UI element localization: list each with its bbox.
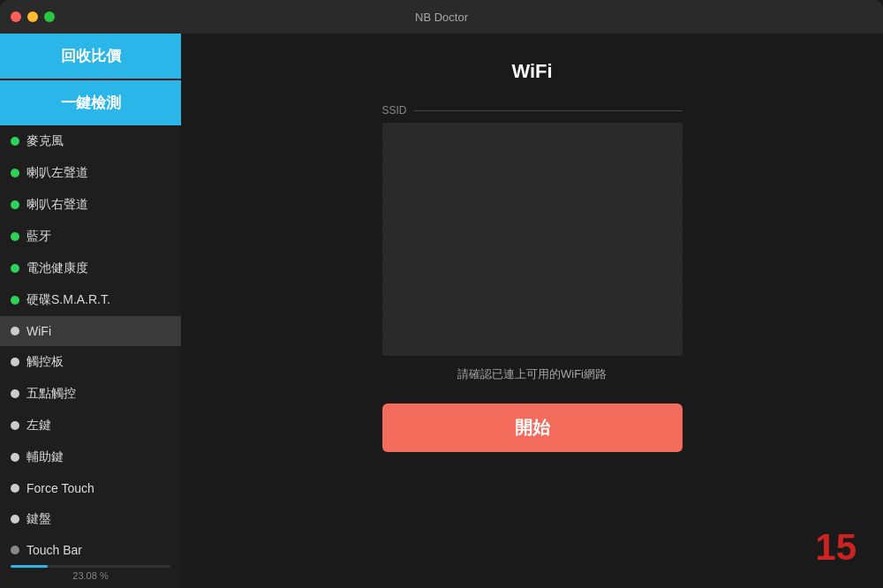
wifi-data-row: [382, 259, 683, 278]
sidebar-item-label: 觸控板: [26, 354, 64, 370]
maximize-button[interactable]: [44, 11, 55, 22]
status-dot: [11, 264, 19, 273]
sidebar-item-label: Touch Bar: [26, 543, 82, 557]
wifi-data-row: [382, 181, 683, 200]
titlebar: NB Doctor: [0, 0, 883, 34]
sidebar-item-forcetouch[interactable]: Force Touch: [0, 473, 181, 503]
sidebar-item-leftkey[interactable]: 左鍵: [0, 410, 181, 441]
traffic-lights: [11, 11, 55, 22]
progress-text: 23.08 %: [11, 570, 170, 581]
wifi-data-row: [382, 317, 683, 336]
start-button[interactable]: 開始: [382, 403, 683, 452]
page-title: WiFi: [511, 60, 552, 83]
sidebar-item-label: 喇叭右聲道: [26, 197, 88, 213]
sidebar-item-label: 鍵盤: [26, 511, 51, 527]
sidebar-item-multitouch[interactable]: 五點觸控: [0, 378, 181, 410]
wifi-data-row: [382, 200, 683, 220]
sidebar-item-keyboard[interactable]: 鍵盤: [0, 503, 181, 535]
status-dot: [11, 389, 19, 398]
recycle-price-button[interactable]: 回收比價: [0, 34, 181, 79]
sidebar-item-label: Force Touch: [26, 481, 94, 495]
sidebar-item-wifi[interactable]: WiFi: [0, 316, 181, 346]
wifi-data-row: [382, 239, 683, 259]
progress-area: 23.08 %: [0, 560, 181, 588]
sidebar-item-touchpad[interactable]: 觸控板: [0, 346, 181, 378]
minimize-button[interactable]: [27, 11, 38, 22]
wifi-rows: [382, 123, 683, 356]
main-layout: 回收比價 一鍵檢測 麥克風喇叭左聲道喇叭右聲道藍牙電池健康度硬碟S.M.A.R.…: [0, 34, 883, 588]
sidebar-item-label: 輔助鍵: [26, 449, 64, 465]
sidebar-item-label: WiFi: [26, 324, 51, 338]
wifi-data-row: [382, 298, 683, 317]
status-dot: [11, 327, 19, 335]
status-dot: [11, 169, 19, 177]
status-dot: [11, 515, 19, 524]
wifi-data-row: [382, 336, 683, 356]
status-dot: [11, 296, 19, 305]
sidebar-item-speaker-left[interactable]: 喇叭左聲道: [0, 157, 181, 189]
status-dot: [11, 137, 19, 146]
one-key-check-button[interactable]: 一鍵檢測: [0, 80, 181, 125]
ssid-row: SSID: [382, 104, 683, 117]
sidebar-item-touchbar[interactable]: Touch Bar: [0, 535, 181, 560]
status-dot: [11, 358, 19, 366]
wifi-data-row: [382, 278, 683, 298]
ssid-divider: [414, 110, 683, 111]
sidebar-item-label: 喇叭左聲道: [26, 165, 88, 181]
sidebar-item-label: 硬碟S.M.A.R.T.: [26, 292, 110, 308]
sidebar-item-mic[interactable]: 麥克風: [0, 125, 181, 157]
wifi-data-row: [382, 142, 683, 162]
sidebar-item-label: 麥克風: [26, 133, 64, 149]
sidebar-item-assistkey[interactable]: 輔助鍵: [0, 441, 181, 473]
status-dot: [11, 421, 19, 430]
sidebar: 回收比價 一鍵檢測 麥克風喇叭左聲道喇叭右聲道藍牙電池健康度硬碟S.M.A.R.…: [0, 34, 181, 588]
ssid-label: SSID: [382, 104, 407, 117]
status-dot: [11, 453, 19, 462]
sidebar-list: 麥克風喇叭左聲道喇叭右聲道藍牙電池健康度硬碟S.M.A.R.T.WiFi觸控板五…: [0, 125, 181, 560]
sidebar-item-hdd[interactable]: 硬碟S.M.A.R.T.: [0, 284, 181, 316]
wifi-data-row: [382, 220, 683, 239]
status-dot: [11, 232, 19, 241]
sidebar-item-label: 左鍵: [26, 418, 51, 433]
sidebar-item-battery[interactable]: 電池健康度: [0, 253, 181, 284]
progress-bar-fill: [11, 565, 48, 568]
status-dot: [11, 484, 19, 493]
sidebar-item-label: 電池健康度: [26, 260, 88, 276]
status-dot: [11, 546, 19, 554]
sidebar-item-bluetooth[interactable]: 藍牙: [0, 221, 181, 253]
sidebar-item-speaker-right[interactable]: 喇叭右聲道: [0, 189, 181, 221]
wifi-table: SSID: [382, 104, 683, 356]
number-badge: 15: [815, 526, 857, 569]
sidebar-item-label: 五點觸控: [26, 386, 76, 402]
close-button[interactable]: [11, 11, 21, 22]
wifi-data-row: [382, 123, 683, 142]
content-area: WiFi SSID 請確認已連上可用的WiFi網路 開始 15: [181, 34, 883, 588]
progress-bar-bg: [11, 565, 170, 568]
wifi-note: 請確認已連上可用的WiFi網路: [457, 366, 607, 382]
status-dot: [11, 200, 19, 209]
window-title: NB Doctor: [415, 11, 468, 24]
sidebar-item-label: 藍牙: [26, 229, 51, 245]
wifi-data-row: [382, 162, 683, 181]
